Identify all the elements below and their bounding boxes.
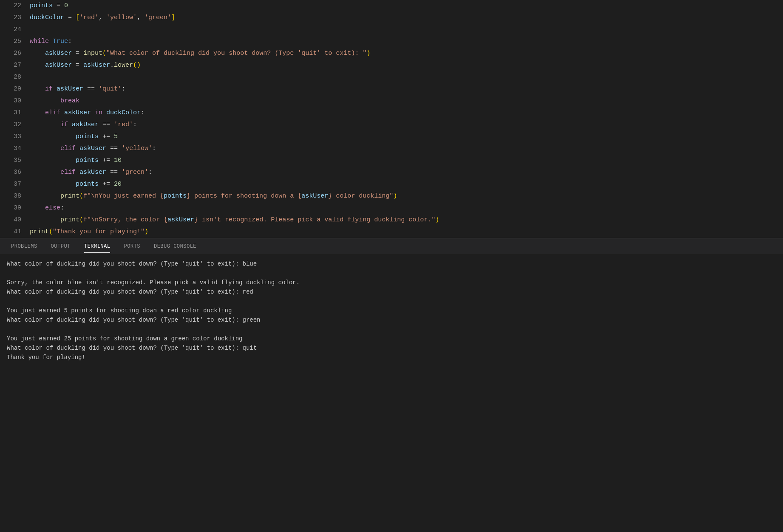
line-number: 28 — [0, 72, 30, 83]
line-content: elif askUser == 'green': — [30, 167, 783, 178]
terminal-line: You just earned 5 points for shooting do… — [7, 306, 776, 315]
line-content: if askUser == 'red': — [30, 119, 783, 130]
terminal-empty-line — [7, 297, 776, 306]
line-content: askUser = askUser.lower() — [30, 60, 783, 71]
line-number: 32 — [0, 119, 30, 130]
line-content: while True: — [30, 36, 783, 47]
code-line: 29 if askUser == 'quit': — [0, 83, 783, 95]
line-content: print(f"\nYou just earned {points} point… — [30, 191, 783, 202]
terminal-line: Sorry, the color blue isn't recognized. … — [7, 278, 776, 287]
panel-tab-debug-console[interactable]: DEBUG CONSOLE — [147, 240, 203, 253]
line-number: 24 — [0, 24, 30, 35]
terminal-panel: What color of duckling did you shoot dow… — [0, 254, 783, 367]
line-number: 23 — [0, 12, 30, 23]
line-content: print(f"\nSorry, the color {askUser} isn… — [30, 215, 783, 226]
code-line: 24 — [0, 24, 783, 36]
code-line: 30 break — [0, 95, 783, 107]
line-content: elif askUser in duckColor: — [30, 108, 783, 119]
line-number: 26 — [0, 48, 30, 59]
line-number: 36 — [0, 167, 30, 178]
code-editor: 22points = 023duckColor = ['red', 'yello… — [0, 0, 783, 238]
panel-tab-problems[interactable]: PROBLEMS — [4, 240, 44, 253]
code-line: 28 — [0, 71, 783, 83]
line-content: elif askUser == 'yellow': — [30, 143, 783, 154]
line-content: duckColor = ['red', 'yellow', 'green'] — [30, 12, 783, 23]
line-number: 22 — [0, 0, 30, 11]
line-content: points += 20 — [30, 179, 783, 190]
code-line: 25while True: — [0, 36, 783, 48]
code-line: 35 points += 10 — [0, 155, 783, 167]
line-content: break — [30, 96, 783, 107]
code-line: 39 else: — [0, 202, 783, 214]
terminal-empty-line — [7, 325, 776, 334]
line-number: 34 — [0, 143, 30, 154]
code-line: 32 if askUser == 'red': — [0, 119, 783, 131]
code-line: 33 points += 5 — [0, 131, 783, 143]
line-number: 31 — [0, 108, 30, 119]
code-line: 37 points += 20 — [0, 178, 783, 190]
code-line: 41print("Thank you for playing!") — [0, 226, 783, 238]
line-number: 38 — [0, 191, 30, 202]
code-line: 31 elif askUser in duckColor: — [0, 107, 783, 119]
line-number: 35 — [0, 155, 30, 166]
terminal-line: Thank you for playing! — [7, 353, 776, 362]
panel-tab-output[interactable]: OUTPUT — [44, 240, 77, 253]
code-line: 23duckColor = ['red', 'yellow', 'green'] — [0, 12, 783, 24]
line-number: 33 — [0, 131, 30, 142]
line-content: if askUser == 'quit': — [30, 84, 783, 95]
line-number: 25 — [0, 36, 30, 47]
terminal-line: What color of duckling did you shoot dow… — [7, 343, 776, 353]
line-content: askUser = input("What color of duckling … — [30, 48, 783, 59]
terminal-empty-line — [7, 269, 776, 278]
terminal-line: What color of duckling did you shoot dow… — [7, 259, 776, 269]
line-number: 30 — [0, 96, 30, 107]
panel-tab-ports[interactable]: PORTS — [117, 240, 147, 253]
panel-tabs-bar: PROBLEMSOUTPUTTERMINALPORTSDEBUG CONSOLE — [0, 238, 783, 254]
terminal-line: What color of duckling did you shoot dow… — [7, 287, 776, 297]
line-number: 39 — [0, 203, 30, 214]
code-line: 34 elif askUser == 'yellow': — [0, 143, 783, 155]
line-number: 29 — [0, 84, 30, 95]
terminal-line: You just earned 25 points for shooting d… — [7, 334, 776, 343]
code-line: 22points = 0 — [0, 0, 783, 12]
line-content: points += 10 — [30, 155, 783, 166]
line-number: 37 — [0, 179, 30, 190]
panel-tab-terminal[interactable]: TERMINAL — [77, 240, 117, 253]
line-content: points = 0 — [30, 0, 783, 11]
terminal-line: What color of duckling did you shoot dow… — [7, 315, 776, 325]
code-line: 38 print(f"\nYou just earned {points} po… — [0, 190, 783, 202]
line-content: print("Thank you for playing!") — [30, 226, 783, 238]
line-number: 41 — [0, 226, 30, 238]
code-line: 27 askUser = askUser.lower() — [0, 59, 783, 71]
code-line: 40 print(f"\nSorry, the color {askUser} … — [0, 214, 783, 226]
code-line: 26 askUser = input("What color of duckli… — [0, 48, 783, 59]
line-content: points += 5 — [30, 131, 783, 142]
code-line: 36 elif askUser == 'green': — [0, 167, 783, 178]
line-content: else: — [30, 203, 783, 214]
line-number: 27 — [0, 60, 30, 71]
line-number: 40 — [0, 215, 30, 226]
